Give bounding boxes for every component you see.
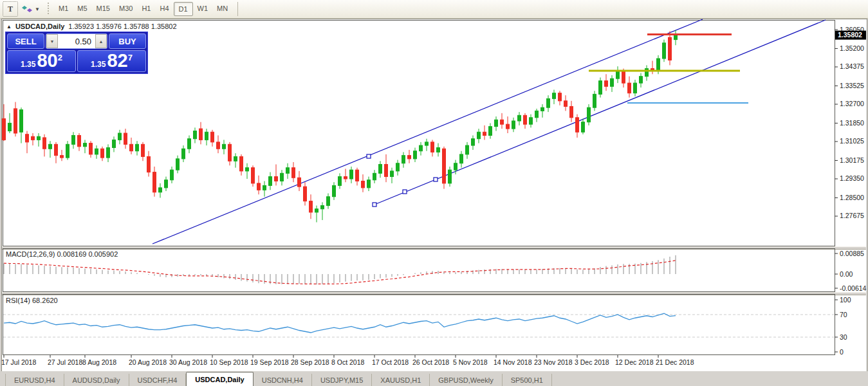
candle-body <box>611 78 614 86</box>
price-axis-label: 1.27675 <box>840 212 864 219</box>
candle-body <box>367 180 371 188</box>
candle-body <box>159 188 162 192</box>
volume-decrease-button[interactable]: ▼ <box>46 34 58 48</box>
current-price-value: 1.35802 <box>838 31 862 39</box>
panel-border <box>3 295 835 355</box>
candle-body <box>14 109 17 133</box>
candle-body <box>240 156 243 171</box>
candle-body <box>547 98 550 107</box>
candle-body <box>582 122 585 133</box>
buy-price-small: 1.35 <box>91 60 106 69</box>
candle-body <box>466 145 469 154</box>
candle-body <box>338 177 342 186</box>
price-axis-label: 1.32700 <box>840 100 864 107</box>
candle-body <box>142 144 145 156</box>
candle-body <box>495 120 498 126</box>
candle-body <box>570 106 573 117</box>
candle-body <box>26 134 29 142</box>
candle-body <box>559 93 562 101</box>
candle-body <box>8 123 12 131</box>
date-axis-label: 30 Aug 2018 <box>169 358 207 366</box>
volume-input[interactable]: 0.50 <box>58 34 95 48</box>
channel-anchor-handle[interactable] <box>367 154 371 158</box>
candle-body <box>275 177 278 181</box>
chart-tab-usdchf-h4[interactable]: USDCHF,H4 <box>129 374 187 386</box>
candle-body <box>391 171 394 177</box>
candle-body <box>43 138 46 149</box>
candle-body <box>512 121 515 129</box>
price-axis-label: 1.31025 <box>840 137 864 145</box>
candle-body <box>333 185 336 196</box>
sell-button[interactable]: SELL <box>7 33 44 49</box>
candle-body <box>350 170 353 179</box>
candle-body <box>60 156 64 158</box>
chart-tab-usdcad-daily[interactable]: USDCAD,Daily <box>186 372 253 386</box>
chart-tab-usdjpy-m15[interactable]: USDJPY,M15 <box>312 374 372 386</box>
candle-body <box>136 144 139 151</box>
candle-body <box>414 151 417 159</box>
candle-body <box>113 140 116 147</box>
candle-body <box>483 132 486 135</box>
candle-body <box>3 119 6 140</box>
candle-body <box>223 144 226 149</box>
candle-body <box>379 164 382 173</box>
candle-body <box>217 142 220 149</box>
date-axis-label: 17 Jul 2018 <box>1 358 36 366</box>
trend-channel-line[interactable] <box>152 19 703 244</box>
candle-body <box>437 148 440 152</box>
candle-body <box>669 37 672 60</box>
candle-body <box>587 107 591 122</box>
candle-body <box>246 168 249 171</box>
candle-body <box>599 81 602 95</box>
candle-body <box>634 83 637 93</box>
collapse-panel-icon[interactable]: ▲ <box>6 24 12 30</box>
candle-body <box>315 209 319 212</box>
candle-body <box>408 156 411 159</box>
sell-price-button[interactable]: 1.35 80 2 <box>7 50 76 72</box>
volume-increase-button[interactable]: ▲ <box>95 34 107 48</box>
candle-body <box>501 120 504 124</box>
symbol-period-label: USDCAD,Daily <box>15 23 64 30</box>
candle-body <box>78 135 81 146</box>
chart-tab-eurusd-h4[interactable]: EURUSD,H4 <box>5 374 64 386</box>
buy-price-button[interactable]: 1.35 82 7 <box>77 50 146 72</box>
date-axis-label: 23 Nov 2018 <box>534 358 573 366</box>
channel-anchor-handle[interactable] <box>403 190 407 194</box>
rsi-label: RSI(14) 68.2620 <box>6 297 58 304</box>
candle-body <box>176 159 180 170</box>
date-axis-label: 8 Oct 2018 <box>331 358 365 366</box>
channel-anchor-handle[interactable] <box>373 203 376 207</box>
price-axis-label: 1.28500 <box>840 194 864 201</box>
candle-body <box>448 170 452 183</box>
candle-body <box>518 115 521 121</box>
candle-body <box>362 181 365 187</box>
chart-tab-audusd-daily[interactable]: AUDUSD,Daily <box>64 374 129 386</box>
candle-body <box>252 168 255 183</box>
candle-body <box>55 144 58 155</box>
candle-body <box>37 136 41 140</box>
candle-body <box>72 135 75 144</box>
candle-body <box>298 178 301 187</box>
buy-price-big: 82 <box>107 51 127 70</box>
channel-anchor-handle[interactable] <box>434 178 438 181</box>
candle-body <box>304 187 307 201</box>
chart-tab-sp500-h1[interactable]: SP500,H1 <box>503 374 552 386</box>
candle-body <box>95 149 98 154</box>
candle-body <box>194 131 197 139</box>
candle-body <box>553 93 556 99</box>
chart-tab-xauusd-h1[interactable]: XAUUSD,H1 <box>372 374 430 386</box>
date-axis-label: 21 Dec 2018 <box>656 358 694 366</box>
date-axis-label: 19 Sep 2018 <box>250 358 289 366</box>
rsi-axis-label: 100 <box>840 296 851 304</box>
date-axis-label: 20 Aug 2018 <box>129 358 167 366</box>
buy-button[interactable]: BUY <box>109 33 146 49</box>
date-axis-label: 28 Sep 2018 <box>291 358 329 366</box>
chart-tab-gbpusd-weekly[interactable]: GBPUSD,Weekly <box>430 374 502 386</box>
date-axis-label: 3 Dec 2018 <box>575 358 609 366</box>
chart-header: ▲ USDCAD,Daily 1.35923 1.35976 1.35788 1… <box>6 23 177 30</box>
sell-price-big: 80 <box>37 51 57 70</box>
candle-body <box>344 177 347 179</box>
chart-tab-usdcnh-h4[interactable]: USDCNH,H4 <box>254 374 312 386</box>
candle-body <box>628 83 631 93</box>
candle-body <box>32 136 35 140</box>
